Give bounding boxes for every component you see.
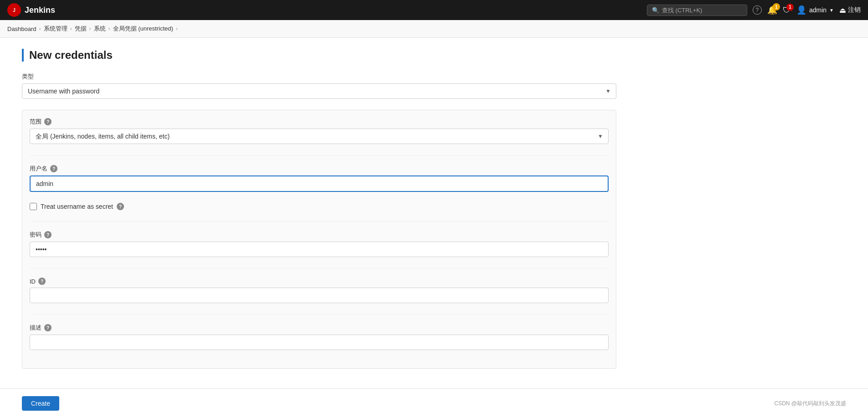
description-label-text: 描述 xyxy=(30,324,41,332)
id-section: ID ? xyxy=(30,278,609,303)
page-title-container: New credentials xyxy=(22,49,616,62)
treat-secret-checkbox[interactable] xyxy=(30,203,37,210)
search-input[interactable] xyxy=(662,7,742,14)
scope-help-icon[interactable]: ? xyxy=(44,118,52,125)
app-title: Jenkins xyxy=(25,5,55,15)
type-section: 类型 Username with password SSH Username w… xyxy=(22,72,616,99)
username-help-icon[interactable]: ? xyxy=(50,165,57,172)
breadcrumb-sep-4: › xyxy=(108,26,110,32)
logout-button[interactable]: ⏏ 注销 xyxy=(839,6,861,15)
type-select[interactable]: Username with password SSH Username with… xyxy=(22,83,616,99)
scope-label: 范围 ? xyxy=(30,118,609,126)
description-label: 描述 ? xyxy=(30,324,609,332)
search-icon: 🔍 xyxy=(652,7,659,14)
id-input[interactable] xyxy=(30,288,609,303)
user-icon: 👤 xyxy=(796,5,806,15)
header: J Jenkins 🔍 ? 🔔 1 🛡 1 👤 admin ▼ ⏏ 注销 xyxy=(0,0,868,20)
treat-secret-help-icon[interactable]: ? xyxy=(117,203,124,210)
breadcrumb-current: 全局凭据 (unrestricted) xyxy=(113,25,173,33)
security-badge: 1 xyxy=(786,4,794,11)
notification-badge: 1 xyxy=(773,3,780,10)
password-input[interactable] xyxy=(30,242,609,257)
scope-label-text: 范围 xyxy=(30,118,41,126)
breadcrumb-system[interactable]: 系统 xyxy=(94,25,106,33)
password-section: 密码 ? xyxy=(30,231,609,257)
breadcrumb-dashboard[interactable]: Dashboard xyxy=(7,26,36,32)
username-section: 用户名 ? xyxy=(30,165,609,192)
scope-select-wrapper: 全局 (Jenkins, nodes, items, all child ite… xyxy=(30,129,609,144)
username-label: 用户名 ? xyxy=(30,165,609,173)
page-title: New credentials xyxy=(29,49,616,62)
description-input[interactable] xyxy=(30,335,609,350)
type-select-wrapper: Username with password SSH Username with… xyxy=(22,83,616,99)
header-right: 🔍 ? 🔔 1 🛡 1 👤 admin ▼ ⏏ 注销 xyxy=(647,5,861,16)
jenkins-logo: J xyxy=(7,3,21,17)
search-box[interactable]: 🔍 xyxy=(647,5,747,16)
svg-text:J: J xyxy=(13,8,16,13)
security-button[interactable]: 🛡 1 xyxy=(783,5,791,15)
breadcrumb: Dashboard › 系统管理 › 凭据 › 系统 › 全局凭据 (unres… xyxy=(0,20,868,38)
user-label: admin xyxy=(809,6,827,14)
username-input[interactable] xyxy=(30,175,609,192)
id-label-text: ID xyxy=(30,278,36,285)
main-content: New credentials 类型 Username with passwor… xyxy=(0,38,638,396)
password-label-text: 密码 xyxy=(30,231,41,239)
type-label: 类型 xyxy=(22,72,616,81)
scope-section: 范围 ? 全局 (Jenkins, nodes, items, all chil… xyxy=(30,118,609,144)
form-footer: Create CSDN @敲代码敲到头发茂盛 xyxy=(0,388,868,396)
breadcrumb-credentials[interactable]: 凭据 xyxy=(75,25,87,33)
user-chevron-icon: ▼ xyxy=(829,8,834,13)
id-label: ID ? xyxy=(30,278,609,285)
header-left: J Jenkins xyxy=(7,3,55,17)
breadcrumb-sep-2: › xyxy=(70,26,72,32)
help-button[interactable]: ? xyxy=(753,5,762,15)
description-help-icon[interactable]: ? xyxy=(44,324,52,331)
breadcrumb-system-admin[interactable]: 系统管理 xyxy=(44,25,67,33)
treat-secret-row: Treat username as secret ? xyxy=(30,203,609,210)
password-label: 密码 ? xyxy=(30,231,609,239)
treat-secret-label: Treat username as secret xyxy=(41,203,113,210)
breadcrumb-sep-5: › xyxy=(176,26,178,32)
divider-1 xyxy=(30,155,609,155)
logout-icon: ⏏ xyxy=(839,6,846,15)
notifications-button[interactable]: 🔔 1 xyxy=(767,5,777,15)
scope-select[interactable]: 全局 (Jenkins, nodes, items, all child ite… xyxy=(30,129,609,144)
id-help-icon[interactable]: ? xyxy=(38,278,46,285)
type-label-text: 类型 xyxy=(22,72,34,81)
user-menu[interactable]: 👤 admin ▼ xyxy=(796,5,834,15)
logout-label: 注销 xyxy=(848,6,861,14)
divider-4 xyxy=(30,314,609,315)
password-help-icon[interactable]: ? xyxy=(44,231,52,238)
divider-2 xyxy=(30,221,609,222)
credentials-form-section: 范围 ? 全局 (Jenkins, nodes, items, all chil… xyxy=(22,110,616,369)
breadcrumb-sep-3: › xyxy=(89,26,91,32)
breadcrumb-sep-1: › xyxy=(39,26,41,32)
divider-3 xyxy=(30,268,609,268)
description-section: 描述 ? xyxy=(30,324,609,350)
username-label-text: 用户名 xyxy=(30,165,47,173)
treat-secret-section: Treat username as secret ? xyxy=(30,203,609,210)
